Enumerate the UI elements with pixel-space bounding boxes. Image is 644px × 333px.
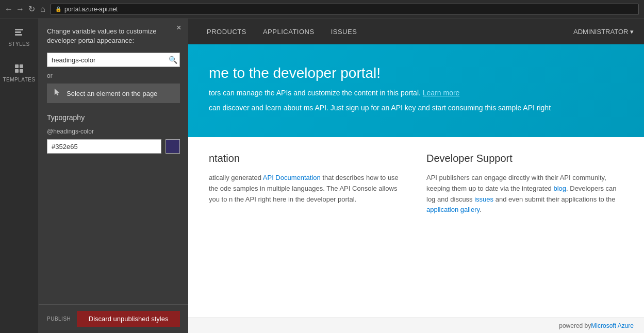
hero-section: me to the developer portal! tors can man… — [188, 44, 644, 137]
content-section: ntation atically generated API Documenta… — [188, 137, 644, 318]
home-button[interactable]: ⌂ — [39, 6, 46, 13]
svg-rect-1 — [15, 31, 21, 33]
sidebar-item-templates[interactable]: TEMPLATES — [3, 62, 35, 82]
sidebar: STYLES TEMPLATES — [0, 19, 39, 333]
lock-icon: 🔒 — [55, 6, 61, 12]
app-gallery-link[interactable]: application gallery — [426, 206, 480, 213]
issues-link[interactable]: issues — [474, 195, 493, 203]
svg-rect-5 — [15, 69, 19, 73]
section-title: Typography — [39, 105, 188, 126]
nav-left: PRODUCTS APPLICATIONS ISSUES — [199, 19, 365, 44]
content-area: PRODUCTS APPLICATIONS ISSUES ADMINISTRAT… — [188, 19, 644, 333]
color-swatch[interactable] — [166, 139, 180, 154]
hero-title: me to the developer portal! — [209, 65, 623, 81]
hero-subtitle: tors can manage the APIs and customize t… — [209, 88, 623, 98]
templates-icon — [13, 62, 25, 75]
col2-text4: . — [480, 206, 482, 213]
select-element-button[interactable]: Select an element on the page — [47, 84, 180, 103]
styles-panel: × Change variable values to customize de… — [39, 19, 188, 333]
hero-subtitle-text: tors can manage the APIs and customize t… — [209, 89, 421, 97]
ms-azure-link[interactable]: Microsoft Azure — [591, 322, 634, 329]
publish-label: PUBLISH — [47, 316, 71, 322]
templates-label: TEMPLATES — [3, 77, 35, 82]
col1-text1: atically generated — [209, 174, 263, 181]
styles-icon — [13, 27, 25, 39]
or-label: or — [39, 70, 188, 81]
close-button[interactable]: × — [174, 23, 184, 33]
refresh-button[interactable]: ↻ — [28, 6, 35, 13]
cursor-icon — [53, 88, 62, 99]
sidebar-item-styles[interactable]: STYLES — [8, 27, 29, 47]
portal-nav: PRODUCTS APPLICATIONS ISSUES ADMINISTRAT… — [188, 19, 644, 44]
variable-name: @headings-color — [39, 126, 188, 137]
bottom-bar: powered by Microsoft Azure — [188, 318, 644, 333]
content-col-1: ntation atically generated API Documenta… — [209, 153, 406, 302]
learn-more-link[interactable]: Learn more — [423, 89, 460, 97]
main-layout: STYLES TEMPLATES × Change variable value… — [0, 19, 644, 333]
svg-rect-3 — [15, 64, 19, 68]
panel-header: Change variable values to customize deve… — [39, 19, 188, 49]
api-doc-link[interactable]: API Documentation — [263, 174, 321, 181]
svg-rect-4 — [20, 64, 23, 68]
svg-rect-2 — [15, 34, 22, 36]
col2-title: Developer Support — [426, 153, 623, 164]
color-row — [39, 137, 188, 156]
svg-rect-0 — [15, 29, 23, 30]
address-bar[interactable]: 🔒 portal.azure-api.net — [51, 4, 639, 15]
svg-rect-6 — [20, 69, 23, 73]
col1-title: ntation — [209, 153, 406, 164]
nav-item-products[interactable]: PRODUCTS — [199, 19, 255, 44]
content-col-2: Developer Support API publishers can eng… — [426, 153, 623, 302]
blog-link[interactable]: blog — [553, 185, 566, 192]
col2-text3: and even submit their applications to th… — [493, 195, 615, 203]
browser-chrome: ← → ↻ ⌂ 🔒 portal.azure-api.net — [0, 0, 644, 19]
select-element-label: Select an element on the page — [67, 90, 157, 97]
powered-by-text: powered by — [559, 322, 591, 329]
styles-label: STYLES — [8, 41, 29, 47]
discard-button[interactable]: Discard unpublished styles — [77, 311, 180, 327]
search-button[interactable]: 🔍 — [166, 53, 180, 67]
hero-text2: can discover and learn about ms API. Jus… — [209, 103, 623, 113]
nav-admin[interactable]: ADMINISTRATOR ▾ — [573, 28, 634, 36]
url-text: portal.azure-api.net — [64, 6, 118, 13]
forward-button[interactable]: → — [16, 6, 24, 13]
color-value-input[interactable] — [47, 139, 161, 154]
back-button[interactable]: ← — [5, 6, 12, 13]
panel-footer: PUBLISH Discard unpublished styles — [39, 304, 188, 333]
nav-item-applications[interactable]: APPLICATIONS — [255, 19, 323, 44]
col1-text: atically generated API Documentation tha… — [209, 173, 406, 205]
search-input[interactable] — [47, 53, 180, 67]
search-row: 🔍 — [39, 49, 188, 70]
nav-item-issues[interactable]: ISSUES — [323, 19, 366, 44]
col2-text: API publishers can engage directly with … — [426, 173, 623, 215]
